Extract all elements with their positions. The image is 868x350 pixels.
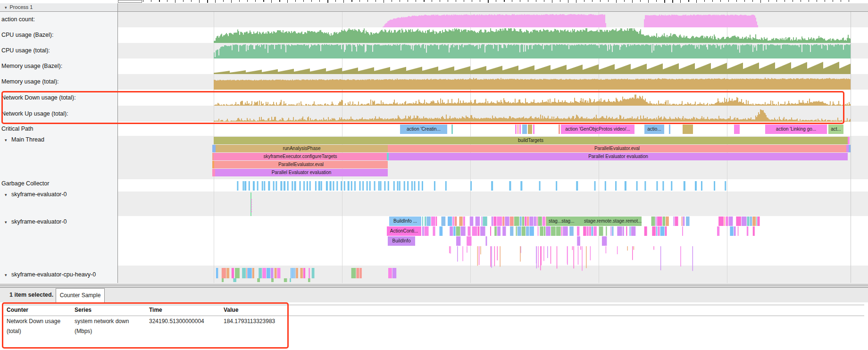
main-thread-slice[interactable]: ParallelEvaluator.eval xyxy=(214,161,388,168)
critical-path-slice[interactable]: actio... xyxy=(644,125,664,134)
table-column-value[interactable]: Value xyxy=(224,307,238,313)
ruler-tick xyxy=(400,0,400,2)
tab-counter-sample[interactable]: Counter Sample (1) xyxy=(56,288,105,302)
sidebar-item-skyframe-evaluator-0[interactable]: ▾skyframe-evaluator-0 xyxy=(0,218,122,225)
sidebar-item-main-thread[interactable]: ▾Main Thread xyxy=(0,136,122,143)
critical-path-slice[interactable] xyxy=(528,125,532,134)
table-cell[interactable]: Network Down usage(total) xyxy=(7,317,60,336)
critical-path-slice[interactable] xyxy=(533,125,534,134)
mem-bazel-chart[interactable] xyxy=(118,58,851,74)
skyframe-slice-label[interactable]: BuildInfo ... xyxy=(389,217,421,226)
ruler-tick xyxy=(183,0,184,2)
ruler-tick xyxy=(424,0,425,2)
ruler-tick xyxy=(327,0,328,3)
sidebar-item-critical-path[interactable]: Critical Path xyxy=(0,125,118,132)
sidebar-item-memory-usage-bazel[interactable]: Memory usage (Bazel): xyxy=(0,63,118,69)
critical-path-slice[interactable] xyxy=(519,125,521,134)
caret-down-icon[interactable]: ▾ xyxy=(5,220,11,225)
track-label: CPU usage (total): xyxy=(1,47,50,54)
critical-path-slice[interactable]: action 'Linking go... xyxy=(765,125,827,134)
caret-down-icon[interactable]: ▾ xyxy=(5,5,7,10)
action-count-chart[interactable] xyxy=(118,12,851,27)
main-thread-slice[interactable] xyxy=(849,145,851,152)
table-cell[interactable]: 184.1793113323983 xyxy=(224,317,275,326)
sidebar-item-garbage-collector[interactable]: Garbage Collector xyxy=(0,180,118,187)
critical-path-slice[interactable] xyxy=(522,125,527,134)
viewport-right-edge xyxy=(851,3,851,283)
critical-path-slice[interactable] xyxy=(517,125,518,134)
track-row[interactable] xyxy=(118,122,868,136)
ruler-tick xyxy=(648,0,649,3)
sidebar-item-memory-usage-total[interactable]: Memory usage (total): xyxy=(0,78,118,85)
panel-splitter[interactable] xyxy=(0,283,868,288)
table-cell[interactable]: system network down(Mbps) xyxy=(75,317,129,336)
track-label: Memory usage (total): xyxy=(1,78,59,85)
ruler-tick xyxy=(367,0,368,2)
table-column-series[interactable]: Series xyxy=(75,307,92,313)
sidebar-item-network-down-usage-total[interactable]: Network Down usage (total): xyxy=(0,94,118,101)
thread-slices-canvas[interactable] xyxy=(118,179,851,283)
ruler-tick xyxy=(488,0,489,3)
critical-path-slice[interactable] xyxy=(451,125,453,134)
net-down-chart[interactable] xyxy=(118,90,851,106)
ruler-tick xyxy=(664,0,665,3)
table-column-time[interactable]: Time xyxy=(149,307,162,313)
ruler-tick xyxy=(384,0,384,3)
sidebar-item-network-up-usage-total[interactable]: Network Up usage (total): xyxy=(0,110,118,117)
ruler-tick xyxy=(849,0,849,2)
main-thread-slice[interactable]: Parallel Evaluator evaluation xyxy=(215,169,388,176)
ruler-tick xyxy=(191,0,192,2)
ruler-tick xyxy=(544,0,544,2)
cpu-total-chart[interactable] xyxy=(118,43,851,58)
sidebar-item-action-count[interactable]: action count: xyxy=(0,16,118,23)
caret-down-icon[interactable]: ▾ xyxy=(5,273,11,277)
mem-total-chart[interactable] xyxy=(118,74,851,90)
critical-path-slice[interactable]: action 'GenObjcProtos video/... xyxy=(561,125,634,134)
ruler-tick xyxy=(576,0,576,3)
main-thread-slice[interactable] xyxy=(848,137,850,144)
cpu-bazel-chart[interactable] xyxy=(118,27,851,43)
sidebar-item-skyframe-evaluator-cpu-heavy-0[interactable]: ▾skyframe-evaluator-cpu-heavy-0 xyxy=(0,271,122,278)
sidebar-item-cpu-usage-total[interactable]: CPU usage (total): xyxy=(0,47,118,54)
critical-path-slice[interactable] xyxy=(515,125,517,134)
skyframe-slice-label[interactable]: ActionConti... xyxy=(387,226,421,236)
table-cell[interactable]: 324190.51300000004 xyxy=(149,317,204,326)
main-thread-slice[interactable]: runAnalysisPhase xyxy=(216,145,388,152)
ruler-tick xyxy=(335,0,336,2)
track-label: skyframe-evaluator-cpu-heavy-0 xyxy=(11,271,96,278)
ruler-tick xyxy=(704,0,705,2)
caret-down-icon[interactable]: ▾ xyxy=(5,138,11,142)
ruler-tick xyxy=(255,0,256,2)
sidebar-item-cpu-usage-bazel[interactable]: CPU usage (Bazel): xyxy=(0,32,118,38)
process-header[interactable]: ▾Process 1 xyxy=(0,3,868,12)
critical-path-slice[interactable] xyxy=(669,125,670,134)
ruler-tick xyxy=(616,0,617,3)
sidebar-item-skyframe-evaluator-0[interactable]: ▾skyframe-evaluator-0 xyxy=(0,191,122,198)
ruler-tick xyxy=(472,0,472,2)
viewport-indicator[interactable] xyxy=(118,0,142,3)
main-thread-slice[interactable]: Parallel Evaluator evaluation xyxy=(389,153,848,160)
ruler-tick xyxy=(752,0,753,2)
ruler-tick xyxy=(512,0,512,2)
process-header-left[interactable]: ▾Process 1 xyxy=(0,3,118,11)
ruler-tick xyxy=(528,0,528,2)
critical-path-slice[interactable]: act... xyxy=(828,125,843,134)
critical-path-slice[interactable]: action 'Creatin... xyxy=(400,125,447,134)
main-thread-slice[interactable]: skyframeExecutor.configureTargets xyxy=(214,153,387,160)
ruler-tick xyxy=(720,0,721,2)
table-top-border xyxy=(4,305,864,305)
main-thread-slice[interactable]: ParallelEvaluator.eval xyxy=(388,145,846,152)
caret-down-icon[interactable]: ▾ xyxy=(5,192,11,197)
main-thread-slice[interactable] xyxy=(212,145,216,152)
critical-path-slice[interactable] xyxy=(559,125,560,134)
critical-path-slice[interactable] xyxy=(683,125,693,134)
main-thread-slice[interactable]: buildTargets xyxy=(214,137,848,144)
skyframe-slice-label[interactable]: BuildInfo xyxy=(388,236,415,246)
ruler-tick xyxy=(303,0,304,2)
ruler-tick xyxy=(817,0,817,2)
ruler-tick xyxy=(656,0,657,2)
table-column-counter[interactable]: Counter xyxy=(7,307,28,313)
critical-path-slice[interactable] xyxy=(734,125,740,134)
net-up-chart[interactable] xyxy=(118,106,851,122)
ruler-tick xyxy=(440,0,440,2)
